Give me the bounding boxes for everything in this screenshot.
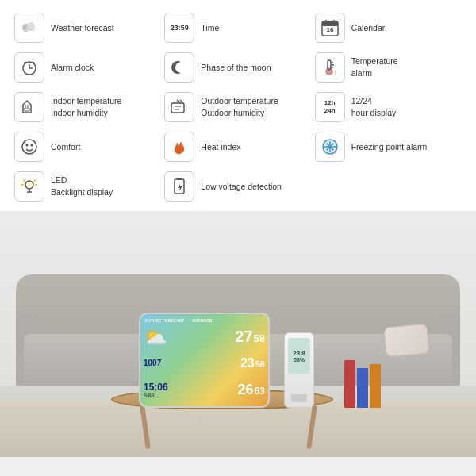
svg-rect-21 — [171, 103, 184, 113]
svg-text:!: ! — [335, 149, 336, 155]
temp1: 27 — [235, 328, 252, 346]
sensor-base — [291, 394, 307, 402]
moon-phase-icon — [164, 52, 194, 83]
svg-rect-18 — [25, 108, 29, 111]
indoor-temp-icon — [14, 92, 44, 122]
svg-text:16: 16 — [326, 26, 333, 33]
feature-item-outdoor-temp: Outdoor temperatureOutdoor humidity — [163, 89, 313, 125]
sensor-device: 23.8 58% — [284, 332, 314, 408]
feature-item-alarm-clock: Alarm clock — [13, 49, 163, 86]
feature-item-weather-forecast: Weather forecast — [13, 10, 163, 46]
svg-point-24 — [22, 140, 36, 154]
svg-line-38 — [24, 180, 25, 182]
time-label: Time — [201, 22, 219, 34]
led-backlight-label: LEDBacklight display — [51, 175, 113, 198]
outdoor-temp-icon — [164, 92, 194, 122]
feature-item-indoor-temp: Indoor temperatureIndoor humidity — [13, 89, 163, 125]
freezing-alarm-icon: ! — [315, 132, 345, 162]
weather-station-device: FUTURE FORECAST OUTDOOR ⛅ 27 58 1007 23 … — [139, 313, 270, 408]
time-icon: 23:59 — [164, 13, 194, 43]
comfort-label: Comfort — [51, 141, 80, 153]
barometer: 1007 — [144, 359, 161, 367]
floor — [0, 401, 476, 457]
hour-display-icon: 12h24h — [315, 92, 345, 122]
alarm-clock-label: Alarm clock — [51, 62, 94, 74]
feature-item-led-backlight: LEDBacklight display — [13, 168, 163, 205]
feature-item-low-voltage: Low voltage detection — [163, 168, 313, 205]
feature-item-temp-alarm: ! Temperaturealarm — [313, 49, 463, 86]
hour-display-label: 12/24hour display — [351, 95, 397, 118]
weather-forecast-icon — [14, 13, 44, 43]
temp-alarm-label: Temperaturealarm — [351, 56, 398, 79]
weather-forecast-label: Weather forecast — [51, 22, 114, 34]
feature-item-moon-phase: Phase of the moon — [163, 49, 313, 86]
feature-item-time: 23:59Time — [163, 10, 313, 46]
feature-item-comfort: Comfort — [13, 129, 163, 165]
calendar-label: Calendar — [351, 22, 386, 34]
indoor-temp-label: Indoor temperatureIndoor humidity — [51, 95, 121, 118]
svg-point-26 — [31, 144, 33, 147]
sensor-screen: 23.8 58% — [288, 338, 310, 374]
forecast-label: FUTURE FORECAST OUTDOOR — [144, 317, 265, 324]
svg-rect-41 — [177, 178, 182, 180]
station-screen: FUTURE FORECAST OUTDOOR ⛅ 27 58 1007 23 … — [140, 314, 268, 406]
heat-index-label: Heat index — [201, 141, 240, 153]
feature-item-calendar: 16 Calendar — [313, 10, 463, 46]
svg-point-25 — [26, 144, 29, 147]
heat-index-icon — [164, 132, 194, 162]
pillow — [383, 324, 429, 358]
outdoor-temp-label: Outdoor temperatureOutdoor humidity — [201, 95, 278, 118]
feature-item-hour-display: 12h24h12/24hour display — [313, 89, 463, 125]
moon-phase-label: Phase of the moon — [201, 62, 271, 74]
led-backlight-icon — [14, 171, 44, 202]
svg-line-39 — [34, 180, 36, 182]
temp-alarm-icon: ! — [315, 52, 345, 83]
svg-point-33 — [25, 181, 33, 189]
feature-item-freezing-alarm: ! Freezing point alarm — [313, 129, 463, 165]
comfort-icon — [14, 132, 44, 162]
product-image: FUTURE FORECAST OUTDOOR ⛅ 27 58 1007 23 … — [0, 211, 476, 457]
calendar-icon: 16 — [315, 13, 345, 43]
books — [344, 360, 381, 408]
low-voltage-icon — [164, 171, 194, 202]
svg-point-13 — [326, 68, 332, 75]
feature-item-heat-index: Heat index — [163, 129, 313, 165]
svg-text:!: ! — [335, 70, 336, 75]
alarm-clock-icon — [14, 52, 44, 83]
features-grid: Weather forecast23:59Time 16 Calendar Al… — [0, 0, 476, 211]
freezing-alarm-label: Freezing point alarm — [351, 141, 428, 153]
low-voltage-label: Low voltage detection — [201, 181, 282, 193]
